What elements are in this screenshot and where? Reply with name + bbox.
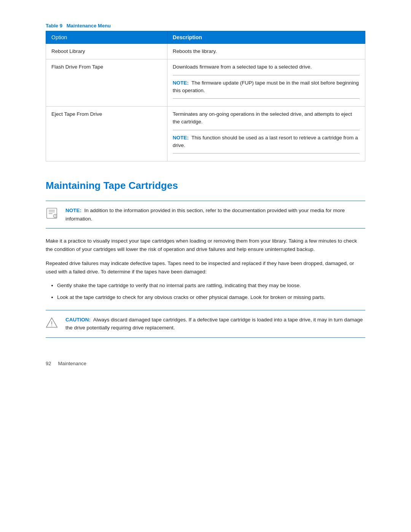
note-3-text: NOTE: This function should be used as a … [173,134,360,150]
caution-callout-text: CAUTION: Always discard damaged tape car… [65,316,365,332]
caution-label: CAUTION: [65,317,91,323]
table-header-description: Description [167,31,365,44]
maintenance-menu-table: Option Description Reboot Library Reboot… [46,31,365,161]
note-callout-label: NOTE: [65,208,81,213]
table-cell-option-2: Flash Drive From Tape [46,59,167,107]
page-number: 92 [46,361,51,366]
note-block-2: NOTE: The firmware update (FUP) tape mus… [173,75,360,99]
list-item: Look at the tape cartridge to check for … [57,293,365,302]
note-icon [46,207,59,221]
table-label: Table 9 Maintenance Menu [46,23,365,29]
svg-point-9 [51,326,52,326]
table-cell-desc-1: Reboots the library. [167,44,365,59]
note-2-text: NOTE: The firmware update (FUP) tape mus… [173,79,360,95]
caution-callout: CAUTION: Always discard damaged tape car… [46,310,365,338]
caution-icon [46,316,59,330]
section-heading: Maintaining Tape Cartridges [46,180,365,194]
note-label-3: NOTE: [173,135,189,141]
table-header-option: Option [46,31,167,44]
table-label-bold: Table 9 [46,23,64,29]
page-section: Maintenance [58,361,86,366]
body-para-2: Repeated drive failures may indicate def… [46,259,365,276]
table-cell-option-1: Reboot Library [46,44,167,59]
note-callout-text: NOTE: In addition to the information pro… [65,206,365,223]
note-label-2: NOTE: [173,80,189,86]
table-row: Flash Drive From Tape Downloads firmware… [46,59,365,107]
table-cell-desc-2: Downloads firmware from a selected tape … [167,59,365,107]
note-callout: NOTE: In addition to the information pro… [46,201,365,228]
table-row: Reboot Library Reboots the library. [46,44,365,59]
svg-point-6 [55,217,55,217]
note-block-3: NOTE: This function should be used as a … [173,130,360,154]
table-cell-desc-3: Terminates any on-going operations in th… [167,107,365,161]
table-cell-option-3: Eject Tape From Drive [46,107,167,161]
page-footer: 92 Maintenance [46,361,365,366]
table-row: Eject Tape From Drive Terminates any on-… [46,107,365,161]
desc-3-main: Terminates any on-going operations in th… [173,110,360,126]
list-item: Gently shake the tape cartridge to verif… [57,281,365,290]
desc-2-main: Downloads firmware from a selected tape … [173,63,360,71]
body-para-1: Make it a practice to visually inspect y… [46,237,365,254]
bullet-list: Gently shake the tape cartridge to verif… [57,281,365,302]
